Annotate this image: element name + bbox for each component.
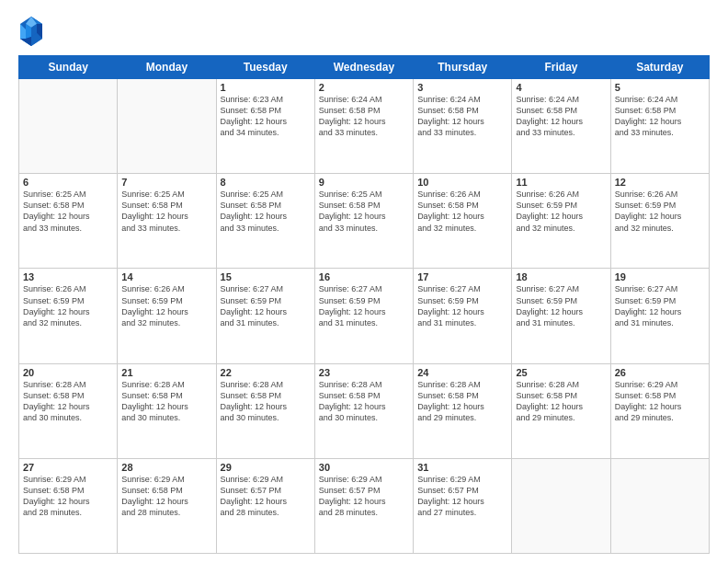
day-info: Sunrise: 6:26 AM Sunset: 6:59 PM Dayligh… [516, 189, 606, 234]
day-info: Sunrise: 6:28 AM Sunset: 6:58 PM Dayligh… [417, 379, 507, 424]
day-number: 19 [615, 271, 705, 282]
day-number: 31 [417, 462, 507, 473]
day-info: Sunrise: 6:27 AM Sunset: 6:59 PM Dayligh… [615, 283, 705, 328]
day-info: Sunrise: 6:24 AM Sunset: 6:58 PM Dayligh… [319, 94, 409, 139]
calendar-cell: 11Sunrise: 6:26 AM Sunset: 6:59 PM Dayli… [512, 174, 610, 269]
calendar-cell: 29Sunrise: 6:29 AM Sunset: 6:57 PM Dayli… [216, 458, 314, 553]
calendar-cell: 3Sunrise: 6:24 AM Sunset: 6:58 PM Daylig… [414, 79, 512, 174]
day-info: Sunrise: 6:25 AM Sunset: 6:58 PM Dayligh… [121, 189, 211, 234]
day-info: Sunrise: 6:28 AM Sunset: 6:58 PM Dayligh… [23, 379, 113, 424]
day-info: Sunrise: 6:27 AM Sunset: 6:59 PM Dayligh… [221, 283, 311, 328]
day-number: 3 [417, 82, 507, 93]
day-number: 9 [319, 177, 409, 188]
calendar-week-row: 20Sunrise: 6:28 AM Sunset: 6:58 PM Dayli… [19, 363, 710, 458]
day-number: 12 [615, 177, 705, 188]
day-info: Sunrise: 6:24 AM Sunset: 6:58 PM Dayligh… [615, 94, 705, 139]
day-info: Sunrise: 6:24 AM Sunset: 6:58 PM Dayligh… [417, 94, 507, 139]
calendar-cell: 5Sunrise: 6:24 AM Sunset: 6:58 PM Daylig… [610, 79, 709, 174]
day-info: Sunrise: 6:27 AM Sunset: 6:59 PM Dayligh… [319, 283, 409, 328]
calendar-cell: 15Sunrise: 6:27 AM Sunset: 6:59 PM Dayli… [216, 269, 314, 363]
calendar-cell [512, 458, 610, 553]
day-number: 2 [319, 82, 409, 93]
calendar-cell [610, 458, 709, 553]
weekday-header-row: SundayMondayTuesdayWednesdayThursdayFrid… [19, 56, 710, 79]
day-info: Sunrise: 6:26 AM Sunset: 6:59 PM Dayligh… [23, 283, 113, 328]
day-info: Sunrise: 6:23 AM Sunset: 6:58 PM Dayligh… [221, 94, 311, 139]
day-number: 28 [121, 462, 211, 473]
day-info: Sunrise: 6:28 AM Sunset: 6:58 PM Dayligh… [221, 379, 311, 424]
calendar-table: SundayMondayTuesdayWednesdayThursdayFrid… [18, 55, 710, 554]
day-number: 26 [615, 367, 705, 378]
day-number: 25 [516, 367, 606, 378]
weekday-header-tuesday: Tuesday [216, 56, 314, 79]
header [18, 15, 710, 48]
calendar-cell: 14Sunrise: 6:26 AM Sunset: 6:59 PM Dayli… [118, 269, 216, 363]
day-info: Sunrise: 6:27 AM Sunset: 6:59 PM Dayligh… [417, 283, 507, 328]
day-number: 23 [319, 367, 409, 378]
calendar-cell: 12Sunrise: 6:26 AM Sunset: 6:59 PM Dayli… [610, 174, 709, 269]
day-info: Sunrise: 6:28 AM Sunset: 6:58 PM Dayligh… [516, 379, 606, 424]
calendar-cell: 1Sunrise: 6:23 AM Sunset: 6:58 PM Daylig… [216, 79, 314, 174]
day-number: 6 [23, 177, 113, 188]
day-number: 5 [615, 82, 705, 93]
calendar-cell: 24Sunrise: 6:28 AM Sunset: 6:58 PM Dayli… [414, 363, 512, 458]
day-number: 16 [319, 271, 409, 282]
day-info: Sunrise: 6:26 AM Sunset: 6:58 PM Dayligh… [417, 189, 507, 234]
day-info: Sunrise: 6:25 AM Sunset: 6:58 PM Dayligh… [23, 189, 113, 234]
calendar-cell: 2Sunrise: 6:24 AM Sunset: 6:58 PM Daylig… [314, 79, 413, 174]
calendar-cell: 25Sunrise: 6:28 AM Sunset: 6:58 PM Dayli… [512, 363, 610, 458]
calendar-cell: 16Sunrise: 6:27 AM Sunset: 6:59 PM Dayli… [314, 269, 413, 363]
day-number: 27 [23, 462, 113, 473]
calendar-cell: 19Sunrise: 6:27 AM Sunset: 6:59 PM Dayli… [610, 269, 709, 363]
calendar-cell: 27Sunrise: 6:29 AM Sunset: 6:58 PM Dayli… [19, 458, 118, 553]
day-number: 13 [23, 271, 113, 282]
day-info: Sunrise: 6:25 AM Sunset: 6:58 PM Dayligh… [221, 189, 311, 234]
calendar-cell: 23Sunrise: 6:28 AM Sunset: 6:58 PM Dayli… [314, 363, 413, 458]
logo [18, 15, 46, 48]
day-number: 29 [221, 462, 311, 473]
calendar-cell: 17Sunrise: 6:27 AM Sunset: 6:59 PM Dayli… [414, 269, 512, 363]
day-number: 8 [221, 177, 311, 188]
day-number: 21 [121, 367, 211, 378]
day-number: 20 [23, 367, 113, 378]
day-info: Sunrise: 6:26 AM Sunset: 6:59 PM Dayligh… [615, 189, 705, 234]
day-info: Sunrise: 6:24 AM Sunset: 6:58 PM Dayligh… [516, 94, 606, 139]
day-number: 11 [516, 177, 606, 188]
day-info: Sunrise: 6:29 AM Sunset: 6:57 PM Dayligh… [417, 474, 507, 519]
weekday-header-monday: Monday [118, 56, 216, 79]
day-info: Sunrise: 6:29 AM Sunset: 6:58 PM Dayligh… [23, 474, 113, 519]
day-info: Sunrise: 6:25 AM Sunset: 6:58 PM Dayligh… [319, 189, 409, 234]
calendar-cell [118, 79, 216, 174]
calendar-cell: 7Sunrise: 6:25 AM Sunset: 6:58 PM Daylig… [118, 174, 216, 269]
calendar-week-row: 6Sunrise: 6:25 AM Sunset: 6:58 PM Daylig… [19, 174, 710, 269]
weekday-header-friday: Friday [512, 56, 610, 79]
calendar-week-row: 27Sunrise: 6:29 AM Sunset: 6:58 PM Dayli… [19, 458, 710, 553]
calendar-cell: 31Sunrise: 6:29 AM Sunset: 6:57 PM Dayli… [414, 458, 512, 553]
calendar-cell: 28Sunrise: 6:29 AM Sunset: 6:58 PM Dayli… [118, 458, 216, 553]
weekday-header-wednesday: Wednesday [314, 56, 413, 79]
logo-icon [18, 15, 44, 48]
weekday-header-sunday: Sunday [19, 56, 118, 79]
calendar-cell: 26Sunrise: 6:29 AM Sunset: 6:58 PM Dayli… [610, 363, 709, 458]
calendar-week-row: 1Sunrise: 6:23 AM Sunset: 6:58 PM Daylig… [19, 79, 710, 174]
day-number: 7 [121, 177, 211, 188]
day-number: 1 [221, 82, 311, 93]
day-number: 17 [417, 271, 507, 282]
calendar-cell: 8Sunrise: 6:25 AM Sunset: 6:58 PM Daylig… [216, 174, 314, 269]
day-info: Sunrise: 6:29 AM Sunset: 6:58 PM Dayligh… [121, 474, 211, 519]
day-number: 15 [221, 271, 311, 282]
day-info: Sunrise: 6:29 AM Sunset: 6:58 PM Dayligh… [615, 379, 705, 424]
calendar-cell: 20Sunrise: 6:28 AM Sunset: 6:58 PM Dayli… [19, 363, 118, 458]
day-info: Sunrise: 6:27 AM Sunset: 6:59 PM Dayligh… [516, 283, 606, 328]
day-number: 24 [417, 367, 507, 378]
day-number: 10 [417, 177, 507, 188]
day-info: Sunrise: 6:28 AM Sunset: 6:58 PM Dayligh… [319, 379, 409, 424]
calendar-cell: 4Sunrise: 6:24 AM Sunset: 6:58 PM Daylig… [512, 79, 610, 174]
day-info: Sunrise: 6:28 AM Sunset: 6:58 PM Dayligh… [121, 379, 211, 424]
day-info: Sunrise: 6:29 AM Sunset: 6:57 PM Dayligh… [319, 474, 409, 519]
day-number: 4 [516, 82, 606, 93]
page: SundayMondayTuesdayWednesdayThursdayFrid… [0, 0, 728, 563]
calendar-cell: 18Sunrise: 6:27 AM Sunset: 6:59 PM Dayli… [512, 269, 610, 363]
calendar-cell: 30Sunrise: 6:29 AM Sunset: 6:57 PM Dayli… [314, 458, 413, 553]
calendar-cell: 10Sunrise: 6:26 AM Sunset: 6:58 PM Dayli… [414, 174, 512, 269]
